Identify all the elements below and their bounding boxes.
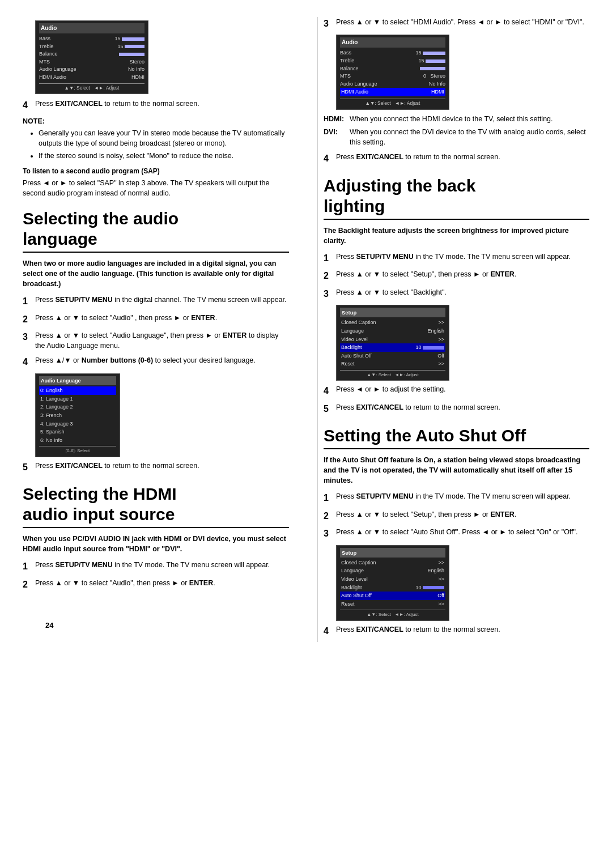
step-4-left: 4 Press EXIT/CANCEL to return to the nor… bbox=[23, 99, 289, 112]
step-num-5-bl: 5 bbox=[324, 403, 336, 415]
treble-row-r: Treble15 bbox=[340, 57, 445, 65]
note-block: NOTE: Generally you can leave your TV in… bbox=[23, 117, 289, 161]
sb2-auto-shut-off: Auto Shut OffOff bbox=[340, 592, 445, 600]
step-1-hdmi-text: Press SETUP/TV MENU in the TV mode. The … bbox=[35, 560, 289, 570]
step-3-aso-text: Press ▲ or ▼ to select "Auto Shut Off". … bbox=[336, 527, 589, 537]
sb2-video-level: Video Level>> bbox=[340, 575, 445, 584]
hdmi-desc-dvi: DVI: When you connect the DVI device to … bbox=[324, 127, 589, 147]
step-4-audio-lang: 4 Press ▲/▼ or Number buttons (0-6) to s… bbox=[23, 355, 289, 368]
page-number: 24 bbox=[45, 620, 53, 631]
step-2-hdmi-text: Press ▲ or ▼ to select "Audio", then pre… bbox=[35, 578, 289, 588]
step-4-hdmi: 4 Press EXIT/CANCEL to return to the nor… bbox=[324, 152, 589, 165]
screen-title: Audio bbox=[39, 23, 144, 33]
step-1-backlight: 1 Press SETUP/TV MENU in the TV mode. Th… bbox=[324, 252, 589, 265]
section-autoshutoff-title: Setting the Auto Shut Off bbox=[324, 426, 589, 446]
step-4-hdmi-text: Press EXIT/CANCEL to return to the norma… bbox=[336, 152, 589, 162]
step-4-text: Press EXIT/CANCEL to return to the norma… bbox=[35, 99, 289, 109]
sb-title-1: Setup bbox=[340, 308, 445, 317]
step-5-audio-lang: 5 Press EXIT/CANCEL to return to the nor… bbox=[23, 461, 289, 474]
sb-title-2: Setup bbox=[340, 548, 445, 558]
al-item-english: 0: English bbox=[39, 386, 116, 395]
step-3-bl-text: Press ▲ or ▼ to select "Backlight". bbox=[336, 287, 589, 297]
setup-screen-autoshutoff: Setup Closed Caption>> LanguageEnglish V… bbox=[336, 545, 449, 621]
sb-auto-shut-off: Auto Shut OffOff bbox=[340, 352, 445, 360]
screen-title-r: Audio bbox=[340, 37, 445, 48]
step-5-bl-text: Press EXIT/CANCEL to return to the norma… bbox=[336, 402, 589, 412]
sap-block: To listen to a second audio program (SAP… bbox=[23, 167, 289, 198]
step-num-1-hdmi: 1 bbox=[23, 560, 35, 573]
step-num-4-aso: 4 bbox=[324, 625, 336, 637]
step-num-2-aso: 2 bbox=[324, 510, 336, 522]
step-num-1-aso: 1 bbox=[324, 492, 336, 504]
sb2-backlight: Backlight10 bbox=[340, 584, 445, 592]
step-5-text: Press EXIT/CANCEL to return to the norma… bbox=[35, 461, 289, 471]
sb2-language: LanguageEnglish bbox=[340, 567, 445, 575]
step-1-text: Press SETUP/TV MENU in the digital chann… bbox=[35, 295, 289, 305]
step-num-2-hdmi: 2 bbox=[23, 578, 35, 591]
step-2-aso-text: Press ▲ or ▼ to select "Setup", then pre… bbox=[336, 509, 589, 520]
mts-row-r: MTS0 Stereo bbox=[340, 73, 445, 80]
section-audio-language-title: Selecting the audiolanguage bbox=[23, 209, 289, 249]
step-4-backlight: 4 Press ◄ or ► to adjust the setting. bbox=[324, 384, 589, 397]
note-item-2: If the stereo sound is noisy, select "Mo… bbox=[39, 151, 289, 161]
hdmi-audio-row-r: HDMI AudioHDMI bbox=[340, 88, 445, 96]
step-3-hdmi: 3 Press ▲ or ▼ to select "HDMI Audio". P… bbox=[324, 17, 589, 30]
step-num-1: 1 bbox=[23, 295, 35, 308]
audio-menu-screen-right: Audio Bass15 Treble15 Balance MTS0 Stere… bbox=[336, 35, 449, 109]
step-2-hdmi: 2 Press ▲ or ▼ to select "Audio", then p… bbox=[23, 578, 289, 591]
al-item-lang1: 1: Language 1 bbox=[39, 395, 116, 403]
step-1-audio-lang: 1 Press SETUP/TV MENU in the digital cha… bbox=[23, 295, 289, 308]
al-item-noinfo: 6: No Info bbox=[39, 436, 116, 445]
autoshutoff-intro: If the Auto Shut Off feature is On, a st… bbox=[324, 455, 589, 486]
al-title: Audio Language bbox=[39, 376, 116, 386]
note-list: Generally you can leave your TV in stere… bbox=[23, 128, 289, 160]
dvi-label: DVI: bbox=[324, 127, 347, 147]
section-hdmi-title: Selecting the HDMIaudio input source bbox=[23, 484, 289, 525]
step-4-autoshutoff: 4 Press EXIT/CANCEL to return to the nor… bbox=[324, 624, 589, 637]
step-1-hdmi: 1 Press SETUP/TV MENU in the TV mode. Th… bbox=[23, 560, 289, 573]
step-3-text: Press ▲ or ▼ to select "Audio Language",… bbox=[35, 330, 289, 351]
sb-nav-2: ▲▼: Select ◄►: Adjust bbox=[340, 610, 445, 618]
step-2-backlight: 2 Press ▲ or ▼ to select "Setup", then p… bbox=[324, 269, 589, 282]
backlight-intro: The Backlight feature adjusts the screen… bbox=[324, 225, 589, 246]
screen-nav: ▲▼: Select ◄►: Adjust bbox=[39, 83, 144, 92]
step-3-autoshutoff: 3 Press ▲ or ▼ to select "Auto Shut Off"… bbox=[324, 527, 589, 540]
left-column: Audio Bass15 Treble15 Balance MTSStereo … bbox=[23, 17, 295, 642]
sb2-reset: Reset>> bbox=[340, 600, 445, 609]
al-item-french: 3: French bbox=[39, 411, 116, 420]
step-3-backlight: 3 Press ▲ or ▼ to select "Backlight". bbox=[324, 287, 589, 300]
step-3-hdmi-text: Press ▲ or ▼ to select "HDMI Audio". Pre… bbox=[336, 17, 589, 27]
section-divider-1 bbox=[23, 252, 289, 253]
step-num-2-bl: 2 bbox=[324, 270, 336, 282]
step-num-3-hdmi: 3 bbox=[324, 18, 336, 30]
bass-row: Bass15 bbox=[39, 35, 144, 42]
sb-backlight: Backlight10 bbox=[340, 343, 445, 352]
step-5-backlight: 5 Press EXIT/CANCEL to return to the nor… bbox=[324, 402, 589, 415]
note-item-1: Generally you can leave your TV in stere… bbox=[39, 128, 289, 148]
hdmi-label: HDMI: bbox=[324, 114, 347, 125]
step-2-bl-text: Press ▲ or ▼ to select "Setup", then pre… bbox=[336, 269, 589, 279]
step-num-5: 5 bbox=[23, 461, 35, 474]
audio-screen-top: Audio Bass15 Treble15 Balance MTSStereo … bbox=[23, 20, 289, 94]
balance-row-r: Balance bbox=[340, 65, 445, 73]
step-num-3: 3 bbox=[23, 331, 35, 343]
al-item-lang3: 4: Language 3 bbox=[39, 420, 116, 428]
hdmi-intro: When you use PC/DVI AUDIO IN jack with H… bbox=[23, 534, 289, 554]
note-title: NOTE: bbox=[23, 117, 289, 127]
step-num-3-bl: 3 bbox=[324, 288, 336, 300]
audio-language-intro: When two or more audio languages are inc… bbox=[23, 258, 289, 289]
dvi-desc-text: When you connect the DVI device to the T… bbox=[350, 127, 589, 147]
screen-nav-r: ▲▼: Select ◄►: Adjust bbox=[340, 99, 445, 107]
step-1-autoshutoff: 1 Press SETUP/TV MENU in the TV mode. Th… bbox=[324, 491, 589, 504]
hdmi-audio-row: HDMI AudioHDMI bbox=[39, 74, 144, 81]
step-4-text-b: Press ▲/▼ or Number buttons (0-6) to sel… bbox=[35, 355, 289, 365]
step-num-1-bl: 1 bbox=[324, 252, 336, 265]
mts-row: MTSStereo bbox=[39, 58, 144, 66]
sb-nav-1: ▲▼: Select ◄►: Adjust bbox=[340, 370, 445, 378]
step-2-text: Press ▲ or ▼ to select "Audio" , then pr… bbox=[35, 313, 289, 323]
sb2-closed-caption: Closed Caption>> bbox=[340, 559, 445, 567]
treble-row: Treble15 bbox=[39, 43, 144, 50]
right-column: 3 Press ▲ or ▼ to select "HDMI Audio". P… bbox=[317, 17, 589, 642]
audio-lang-row-r: Audio LanguageNo Info bbox=[340, 80, 445, 88]
audio-language-row: Audio LanguageNo Info bbox=[39, 66, 144, 73]
